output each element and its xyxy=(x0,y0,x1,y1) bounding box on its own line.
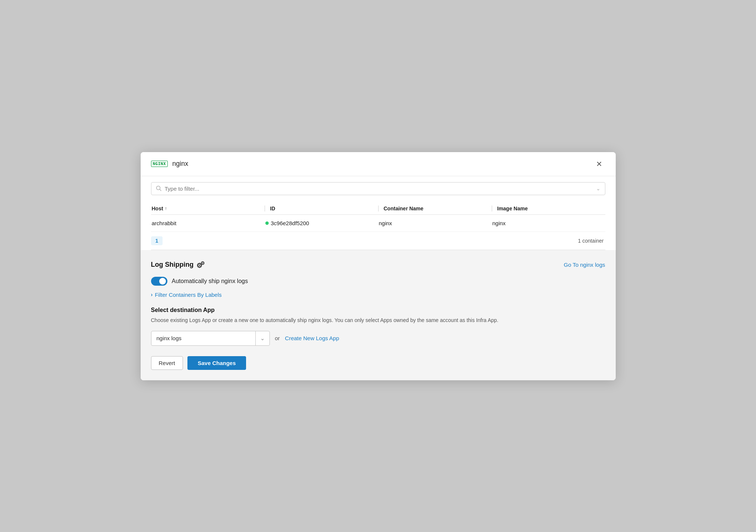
search-input-wrap: ⌄ xyxy=(151,182,605,195)
go-to-nginx-logs-link[interactable]: Go To nginx logs xyxy=(564,262,605,268)
dest-select-value: nginx logs xyxy=(151,331,255,345)
auto-ship-toggle[interactable] xyxy=(151,277,167,286)
col-header-id[interactable]: ID xyxy=(265,206,378,211)
log-shipping-section: Log Shipping ⚙ ⚙ Go To nginx logs Automa… xyxy=(141,250,616,380)
filter-containers-link[interactable]: Filter Containers By Labels xyxy=(155,292,222,298)
col-header-host[interactable]: Host ↑ xyxy=(151,206,265,211)
col-header-image-name[interactable]: Image Name xyxy=(492,206,605,211)
action-row: Revert Save Changes xyxy=(151,356,605,370)
status-dot-icon xyxy=(265,221,269,225)
page-1-button[interactable]: 1 xyxy=(151,236,163,245)
dest-title: Select destination App xyxy=(151,307,605,313)
search-icon xyxy=(156,185,162,191)
search-chevron-icon: ⌄ xyxy=(596,185,600,191)
gear-icons-wrap: ⚙ ⚙ xyxy=(196,260,207,269)
gear-icon-small: ⚙ xyxy=(200,260,205,266)
table-header: Host ↑ ID Container Name Image Name xyxy=(151,200,605,215)
toggle-label: Automatically ship nginx logs xyxy=(172,278,248,285)
section-title: Log Shipping ⚙ ⚙ xyxy=(151,260,207,269)
cell-image-name: nginx xyxy=(492,220,605,226)
svg-line-1 xyxy=(160,190,161,191)
table-footer: 1 1 container xyxy=(151,232,605,250)
section-header-row: Log Shipping ⚙ ⚙ Go To nginx logs xyxy=(151,260,605,269)
modal-title: nginx xyxy=(172,160,593,168)
cell-host: archrabbit xyxy=(151,220,265,226)
cell-id: 3c96e28df5200 xyxy=(265,220,378,226)
dest-row: nginx logs ⌄ or Create New Logs App xyxy=(151,331,605,346)
table-row: archrabbit 3c96e28df5200 nginx nginx xyxy=(151,215,605,232)
or-text: or xyxy=(275,335,280,341)
search-bar: ⌄ xyxy=(141,176,616,195)
nginx-logo: NGINX xyxy=(151,161,168,167)
create-new-logs-app-link[interactable]: Create New Logs App xyxy=(285,335,339,341)
modal-header: NGINX nginx ✕ xyxy=(141,152,616,176)
cell-container-name: nginx xyxy=(378,220,492,226)
dest-select-wrap[interactable]: nginx logs ⌄ xyxy=(151,331,270,346)
dest-desc: Choose existing Logs App or create a new… xyxy=(151,316,605,324)
close-button[interactable]: ✕ xyxy=(593,159,605,169)
toggle-row: Automatically ship nginx logs xyxy=(151,277,605,286)
filter-row[interactable]: › Filter Containers By Labels xyxy=(151,292,605,298)
dest-select-arrow-icon[interactable]: ⌄ xyxy=(256,335,269,342)
sort-arrow-icon: ↑ xyxy=(165,206,167,211)
col-header-container-name[interactable]: Container Name xyxy=(378,206,492,211)
save-changes-button[interactable]: Save Changes xyxy=(187,356,246,370)
container-count: 1 container xyxy=(578,238,603,244)
modal-container: NGINX nginx ✕ ⌄ Host ↑ ID Container Name xyxy=(141,152,616,380)
filter-chevron-icon: › xyxy=(151,292,153,298)
table-wrap: Host ↑ ID Container Name Image Name arch… xyxy=(141,200,616,250)
toggle-slider xyxy=(151,277,167,286)
search-input[interactable] xyxy=(165,185,596,192)
revert-button[interactable]: Revert xyxy=(151,356,183,370)
